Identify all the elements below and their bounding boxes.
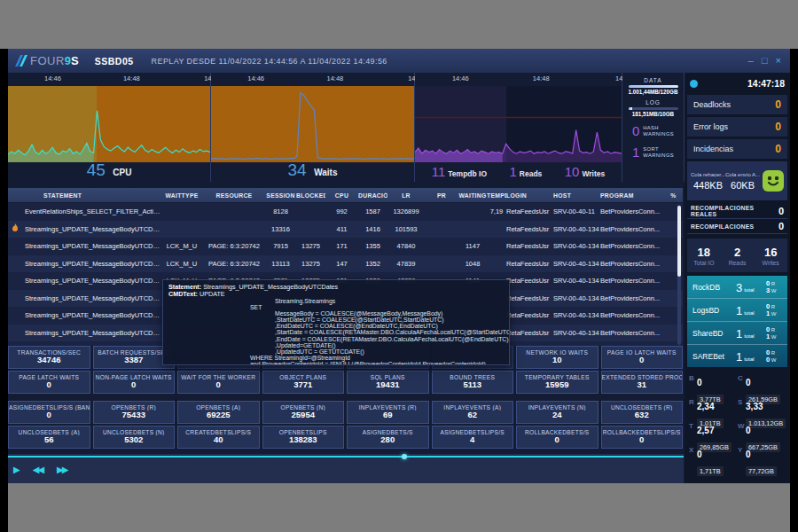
- cell-waiting: 1147: [458, 242, 487, 250]
- logo-slash-icon: [15, 55, 27, 66]
- col-header-pr[interactable]: PR: [425, 192, 458, 199]
- cell-program: BetProvidersConn...: [600, 225, 664, 233]
- tempdb-io-chart[interactable]: 14:46 14:48 14 11Tempdb IO 1Reads 10Writ…: [415, 73, 622, 182]
- sql-line: WHERE StreamingId=@StreamingId: [168, 355, 504, 361]
- drive-stat-r: R 2,341,01TB: [689, 397, 732, 419]
- cell-program: BetProvidersConn...: [600, 277, 664, 285]
- server-name: SSBD05: [95, 56, 134, 66]
- status-row-deadlocks[interactable]: Deadlocks0: [687, 95, 787, 114]
- col-header-blocked[interactable]: BLOCKED: [296, 192, 325, 199]
- queues-card: Cola rehacer... 448KB Cola envío A... 60…: [687, 161, 787, 200]
- cell-login: RetaFeedsUsr: [506, 329, 553, 337]
- table-row[interactable]: Streamings_UPDATE_MessageBodyUTCDatesLCK…: [8, 238, 683, 255]
- col-header-host[interactable]: HOST: [553, 192, 600, 199]
- cell-lr: 1326899: [387, 207, 425, 215]
- cell-lr: 47840: [387, 242, 425, 250]
- cell-host: SRV-00-40-11: [553, 207, 600, 215]
- recomp-value: 0: [778, 221, 784, 231]
- minimize-button[interactable]: –: [748, 56, 754, 66]
- col-header-login[interactable]: LOGIN: [506, 192, 553, 199]
- cell-stmt: Streamings_UPDATE_MessageBodyUTCDates: [22, 242, 160, 250]
- app-logo: FOUR9S: [15, 54, 79, 67]
- cell-host: SRV-00-40-134: [553, 260, 600, 268]
- cell-cpu: 411: [325, 225, 358, 233]
- reads-value: 1: [509, 164, 516, 179]
- cell-stmt: Streamings_UPDATE_MessageBodyUTCDates: [22, 294, 160, 302]
- cell-cpu: 992: [325, 207, 358, 215]
- replay-slider[interactable]: [8, 456, 684, 458]
- col-header-session[interactable]: SESSION: [265, 192, 296, 199]
- drive-stats-grid: B 03,77TBC 0261,59GBR 2,341,01TBS 3,331.…: [687, 372, 787, 469]
- cell-host: SRV-00-40-134: [553, 225, 600, 233]
- close-button[interactable]: ×: [776, 56, 781, 66]
- x-tick: 14:46: [247, 74, 264, 82]
- screen-left-bar: [0, 49, 8, 532]
- maximize-button[interactable]: □: [762, 56, 768, 66]
- cell-lr: 101593: [387, 225, 425, 233]
- waits-current-value: 34: [288, 160, 307, 179]
- cell-session: 13316: [265, 225, 296, 233]
- cell-blocked: 13275: [296, 260, 325, 268]
- metric-tile: OPENBETS (R)75433: [93, 401, 176, 424]
- cell-program: BetProvidersConn...: [600, 242, 664, 250]
- cell-host: SRV-00-40-134: [553, 311, 600, 319]
- db-row-rockdb[interactable]: RockDB 3total 0 R3 W: [687, 276, 787, 299]
- col-header-program[interactable]: PROGRAM: [600, 192, 664, 199]
- sql-line: Streaming.Streamings: [168, 298, 504, 304]
- cell-host: SRV-00-40-134: [553, 294, 600, 302]
- cell-lr: 47839: [387, 260, 425, 268]
- x-tick: 14:46: [44, 74, 61, 82]
- log-gauge-bar: [629, 107, 678, 110]
- cell-program: BetProvidersConn...: [600, 207, 664, 215]
- col-header-duracion[interactable]: DURACIÓN: [358, 192, 387, 199]
- db-row-sharebd[interactable]: ShareBD 1total 0 R1 W: [687, 322, 787, 345]
- cpu-chart[interactable]: 14:46 14:48 14 45 CPU: [8, 73, 211, 182]
- col-header-tempdb[interactable]: TEMPDB: [487, 192, 506, 199]
- status-value: 0: [775, 121, 781, 133]
- sql-line: MessageBody = COALESCE(@MessageBody,Mess…: [168, 310, 504, 317]
- col-header-pct[interactable]: %: [664, 192, 683, 199]
- col-header-resource[interactable]: RESOURCE: [203, 192, 265, 199]
- status-row-incidencias[interactable]: Incidencias0: [687, 139, 787, 159]
- play-button[interactable]: ▶: [13, 465, 19, 474]
- col-header-stmt[interactable]: STATEMENT: [22, 192, 160, 199]
- status-row-error-logs[interactable]: Error logs0: [687, 117, 787, 137]
- metric-tile: OPENBETS (N)25954: [262, 401, 345, 424]
- metric-tile: PAGE LATCH WAITS0: [8, 371, 90, 394]
- tooltip-cmd: UPDATE: [200, 290, 225, 298]
- waits-label: Waits: [314, 168, 337, 177]
- table-row[interactable]: Streamings_UPDATE_MessageBodyUTCDates133…: [8, 221, 683, 239]
- queue-send-label: Cola envío A...: [725, 172, 760, 177]
- fast-forward-button[interactable]: ▶▶: [57, 465, 66, 474]
- data-gauge-label: DATA: [622, 77, 684, 83]
- table-row[interactable]: Streamings_UPDATE_MessageBodyUTCDatesLCK…: [8, 255, 683, 273]
- drive-stat-x: X 01,71TB: [689, 445, 732, 467]
- brand-nine: 9: [65, 54, 71, 67]
- cell-session: 7915: [265, 242, 296, 250]
- replay-slider-handle[interactable]: [402, 454, 407, 459]
- log-gauge-label: LOG: [622, 99, 684, 106]
- col-header-cpu[interactable]: CPU: [325, 192, 358, 199]
- recompilations-row: RECOMPILACIONES0: [687, 219, 787, 234]
- metric-tile: ASIGNEDBETSLIPS/S (BANA...0: [8, 401, 90, 424]
- cell-host: SRV-00-40-134: [553, 329, 600, 337]
- metric-tile: ASIGNEDBETS/S280: [347, 426, 429, 449]
- cell-cpu: 147: [325, 260, 358, 268]
- cell-waittype: LCK_M_U: [160, 260, 203, 268]
- rewind-button[interactable]: ◀◀: [33, 465, 43, 474]
- writes-value: 10: [565, 164, 580, 179]
- cell-stmt: Streamings_UPDATE_MessageBodyUTCDates: [22, 225, 160, 233]
- table-scrollbar-thumb[interactable]: [677, 206, 681, 277]
- db-row-sarebet[interactable]: SAREBet 1total 0 R0 W: [687, 345, 787, 367]
- right-sidebar: 14:47:18 Deadlocks0Error logs0Incidencia…: [685, 73, 790, 483]
- table-row[interactable]: EventRelationShips_SELECT_FILTER_Actives…: [8, 203, 683, 221]
- status-dot-icon[interactable]: [690, 80, 698, 88]
- title-bar: FOUR9S SSBD05 REPLAY DESDE 11/04/2022 14…: [8, 49, 790, 73]
- cell-waiting: 1048: [458, 260, 487, 268]
- col-header-waittype[interactable]: WAITTYPE: [160, 192, 203, 199]
- col-header-waiting[interactable]: WAITING: [458, 192, 487, 199]
- cell-host: SRV-00-40-134: [553, 242, 600, 250]
- db-row-logsbd[interactable]: LogsBD 1total 0 R1 W: [687, 299, 787, 322]
- col-header-lr[interactable]: LR: [387, 192, 425, 199]
- waits-chart[interactable]: 14:46 14:48 14 34 Waits: [211, 73, 415, 182]
